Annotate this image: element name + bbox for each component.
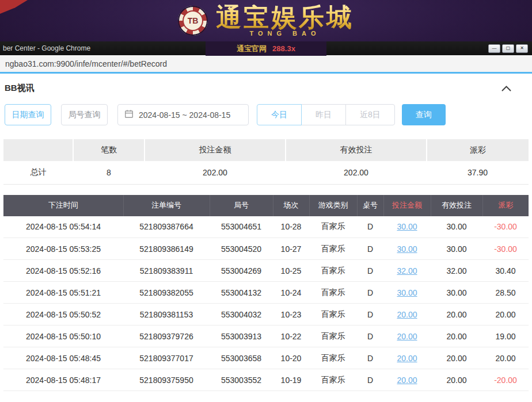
bet-time-cell: 2024-08-15 05:53:25 [3, 238, 123, 260]
table-number-cell: D [357, 260, 383, 282]
bet-row: 2024-08-15 05:50:10 521809379726 5530039… [3, 326, 529, 347]
casino-logo: TB 通宝娱乐城 TONG BAO [0, 0, 532, 41]
session-cell: 10-19 [273, 369, 309, 391]
close-button[interactable]: ✕ [516, 44, 528, 53]
panel-title: BB视讯 [5, 83, 35, 94]
date-range-picker[interactable]: 2024-08-15 ~ 2024-08-15 [117, 104, 249, 125]
bet-amount-link[interactable]: 30.00 [397, 288, 417, 297]
bet-record-page: BB视讯 日期查询 局号查询 2024-08-15 ~ 2024-08-15 今… [0, 74, 532, 391]
minimize-button[interactable]: — [488, 44, 500, 53]
session-cell: 10-20 [273, 347, 309, 369]
bet-amount-link[interactable]: 20.00 [397, 376, 417, 385]
header-round-number: 局号 [210, 195, 273, 216]
last-8-days-button[interactable]: 近8日 [345, 104, 395, 125]
payout-cell: 19.00 [482, 326, 529, 347]
bet-amount-link[interactable]: 20.00 [397, 310, 417, 319]
casino-title: 通宝娱乐城 [216, 5, 354, 31]
header-session: 场次 [273, 195, 309, 216]
valid-bet-cell: 30.00 [431, 216, 482, 238]
summary-total-valid-bet: 202.00 [286, 161, 427, 184]
valid-bet-cell: 20.00 [431, 347, 482, 369]
valid-bet-cell: 20.00 [431, 304, 482, 326]
overlay-text: 通宝官网 [237, 44, 267, 54]
game-type-cell: 百家乐 [309, 238, 357, 260]
collapse-chevron-icon[interactable] [501, 86, 511, 91]
game-type-cell: 百家乐 [309, 216, 357, 238]
session-cell: 10-22 [273, 326, 309, 347]
panel-header: BB视讯 [0, 74, 532, 99]
header-payout: 派彩 [482, 195, 529, 216]
casino-chip-icon: TB [178, 6, 208, 36]
summary-total-row: 总计 8 202.00 202.00 37.90 [3, 161, 529, 184]
order-number-cell: 521809383911 [123, 260, 210, 282]
bet-time-cell: 2024-08-15 05:50:52 [3, 304, 123, 326]
summary-header-valid-bet: 有效投注 [286, 139, 427, 161]
table-number-cell: D [357, 282, 383, 304]
header-valid-bet: 有效投注 [431, 195, 482, 216]
yesterday-button[interactable]: 昨日 [301, 104, 346, 125]
summary-table: 笔数 投注金额 有效投注 派彩 总计 8 202.00 202.00 37.90 [3, 139, 529, 185]
bet-time-cell: 2024-08-15 05:52:16 [3, 260, 123, 282]
window-controls: — ▢ ✕ [488, 44, 528, 53]
url-bar[interactable]: ngbao31.com:9900/infe/mcenter/#/betRecor… [0, 55, 532, 74]
table-number-cell: D [357, 304, 383, 326]
bet-amount-link[interactable]: 30.00 [397, 222, 417, 231]
header-table-number: 桌号 [357, 195, 383, 216]
window-title: ber Center - Google Chrome [3, 44, 90, 52]
bet-row: 2024-08-15 05:50:52 521809381153 5530040… [3, 304, 529, 326]
payout-cell: -30.00 [482, 216, 529, 238]
table-number-cell: D [357, 347, 383, 369]
summary-total-payout: 37.90 [427, 161, 529, 184]
bet-time-cell: 2024-08-15 05:48:45 [3, 347, 123, 369]
session-cell: 10-23 [273, 304, 309, 326]
date-query-button[interactable]: 日期查询 [5, 104, 51, 125]
round-query-button[interactable]: 局号查询 [61, 104, 108, 125]
bet-amount-cell: 20.00 [383, 326, 431, 347]
header-bet-time: 下注时间 [3, 195, 123, 216]
bet-amount-cell: 32.00 [383, 260, 431, 282]
order-number-cell: 521809379726 [123, 326, 210, 347]
order-number-cell: 521809381153 [123, 304, 210, 326]
summary-header-blank [3, 139, 73, 161]
session-cell: 10-28 [273, 216, 309, 238]
bet-row: 2024-08-15 05:52:16 521809383911 5530042… [3, 260, 529, 282]
round-number-cell: 553004520 [210, 238, 273, 260]
round-number-cell: 553004132 [210, 282, 273, 304]
url-text: ngbao31.com:9900/infe/mcenter/#/betRecor… [5, 59, 167, 68]
summary-header-bet-amount: 投注金额 [145, 139, 286, 161]
bet-table-header-row: 下注时间 注单编号 局号 场次 游戏类别 桌号 投注金额 有效投注 派彩 [3, 195, 529, 216]
summary-header-payout: 派彩 [427, 139, 529, 161]
bet-row: 2024-08-15 05:51:21 521809382055 5530041… [3, 282, 529, 304]
overlay-badge: 288.3x [272, 44, 295, 53]
valid-bet-cell: 32.00 [431, 260, 482, 282]
payout-cell: 28.50 [482, 282, 529, 304]
calendar-icon [124, 109, 134, 120]
game-type-cell: 百家乐 [309, 304, 357, 326]
payout-cell: 30.40 [482, 260, 529, 282]
today-button[interactable]: 今日 [257, 104, 302, 125]
bet-amount-link[interactable]: 20.00 [397, 354, 417, 363]
bet-row: 2024-08-15 05:48:17 521809375950 5530035… [3, 369, 529, 391]
bet-amount-link[interactable]: 20.00 [397, 332, 417, 341]
bet-record-table: 下注时间 注单编号 局号 场次 游戏类别 桌号 投注金额 有效投注 派彩 202… [3, 195, 529, 392]
round-number-cell: 553003658 [210, 347, 273, 369]
summary-total-bet-amount: 202.00 [145, 161, 286, 184]
search-button[interactable]: 查询 [402, 104, 446, 125]
bet-amount-cell: 20.00 [383, 347, 431, 369]
order-number-cell: 521809377017 [123, 347, 210, 369]
bet-amount-link[interactable]: 30.00 [397, 244, 417, 254]
bet-amount-cell: 30.00 [383, 282, 431, 304]
valid-bet-cell: 20.00 [431, 369, 482, 391]
payout-cell: -20.00 [482, 369, 529, 391]
bet-amount-link[interactable]: 32.00 [397, 266, 417, 275]
round-number-cell: 553003913 [210, 326, 273, 347]
filter-toolbar: 日期查询 局号查询 2024-08-15 ~ 2024-08-15 今日 昨日 … [5, 104, 527, 125]
valid-bet-cell: 20.00 [431, 326, 482, 347]
chip-monogram: TB [188, 16, 199, 25]
header-game-type: 游戏类别 [309, 195, 357, 216]
game-type-cell: 百家乐 [309, 282, 357, 304]
round-number-cell: 553003552 [210, 369, 273, 391]
maximize-button[interactable]: ▢ [502, 44, 514, 53]
order-number-cell: 521809375950 [123, 369, 210, 391]
valid-bet-cell: 30.00 [431, 282, 482, 304]
